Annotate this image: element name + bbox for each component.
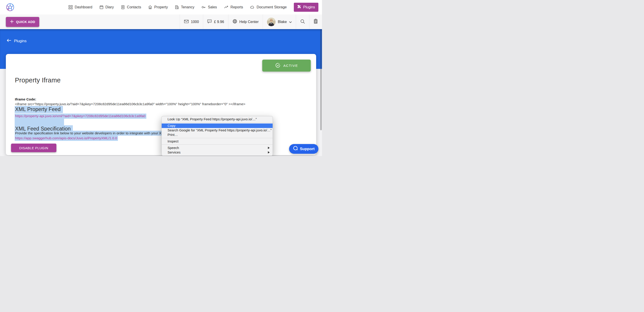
search-button[interactable] <box>296 15 309 29</box>
nav-item-document-storage[interactable]: Document Storage <box>250 5 286 9</box>
iframe-code-value: <iframe src="https://property.juvo.io/?a… <box>15 102 245 106</box>
back-label: Plugins <box>14 39 26 43</box>
submenu-arrow-icon <box>268 147 270 149</box>
nav-item-plugins[interactable]: Plugins <box>294 3 318 12</box>
menu-separator <box>162 138 272 138</box>
key-icon <box>201 5 206 9</box>
house-icon <box>148 5 152 9</box>
contact-card-icon <box>121 5 125 9</box>
user-name: Blake <box>278 20 287 24</box>
menu-item-search-google[interactable]: Search Google for “XML Property Feed htt… <box>162 128 272 133</box>
nav-label: Dashboard <box>75 5 92 9</box>
disable-plugin-button[interactable]: DISABLE PLUGIN <box>11 144 56 152</box>
check-circle-icon <box>275 63 280 69</box>
toolbar-right: 1000 £ 9.96 Help Center <box>180 15 322 29</box>
menu-item-services[interactable]: Services <box>162 150 272 155</box>
menu-item-speech[interactable]: Speech <box>162 146 272 150</box>
nav-item-diary[interactable]: Diary <box>100 5 114 9</box>
menu-item-look-up[interactable]: Look Up “XML Property Feed https://prope… <box>162 117 272 121</box>
menu-item-copy[interactable]: Copy <box>162 124 272 128</box>
cloud-icon <box>250 5 254 9</box>
mail-count: 1000 <box>191 20 199 24</box>
help-center-label: Help Center <box>240 20 259 24</box>
nav-label: Contacts <box>127 5 141 9</box>
nav-label: Reports <box>230 5 243 9</box>
arrow-left-icon <box>7 39 11 43</box>
calendar-icon <box>100 5 104 9</box>
nav-item-tenancy[interactable]: Tenancy <box>175 5 194 9</box>
back-to-plugins[interactable]: Plugins <box>7 39 26 43</box>
user-menu[interactable]: Blake <box>263 15 296 29</box>
nav-item-sales[interactable]: Sales <box>201 5 217 9</box>
context-menu: Look Up “XML Property Feed https://prope… <box>162 116 273 156</box>
app-window: Dashboard Diary Contacts Property Tenanc… <box>0 0 322 156</box>
menu-item-label: Speech <box>168 146 179 150</box>
clipboard-button[interactable] <box>309 15 322 29</box>
envelope-icon <box>184 20 189 24</box>
nav-label: Document Storage <box>256 5 286 9</box>
quick-add-label: QUICK ADD <box>16 20 35 24</box>
sms-balance[interactable]: £ 9.96 <box>203 15 228 29</box>
scrollbar-thumb[interactable] <box>320 29 322 130</box>
help-center[interactable]: Help Center <box>228 15 263 29</box>
support-chat-icon <box>293 146 298 152</box>
plugin-title: Property Iframe <box>15 77 61 84</box>
active-status-label: ACTIVE <box>284 64 298 68</box>
chat-bubble-icon <box>207 19 212 24</box>
support-button[interactable]: Support <box>289 144 318 154</box>
toolbar: QUICK ADD 1000 £ 9.96 Help Center <box>0 15 322 29</box>
xml-spec-link[interactable]: https://app.swaggerhub.com/apis-docs/Juv… <box>15 136 118 141</box>
globe-icon <box>232 19 237 25</box>
clipboard-icon <box>314 19 318 25</box>
menu-item-inspect[interactable]: Inspect <box>162 139 272 144</box>
dashboard-grid-icon <box>68 5 72 9</box>
nav-item-reports[interactable]: Reports <box>224 5 243 9</box>
puzzle-icon <box>297 5 301 10</box>
nav-label: Property <box>154 5 168 9</box>
xml-feed-heading: XML Property Feed <box>15 106 63 113</box>
nav-label: Tenancy <box>181 5 194 9</box>
nav-label: Diary <box>106 5 114 9</box>
nav-item-contacts[interactable]: Contacts <box>121 5 141 9</box>
menu-separator <box>162 144 272 145</box>
balance-amount: £ 9.96 <box>214 20 224 24</box>
menu-item-print[interactable]: Print… <box>162 133 272 137</box>
mail-counter[interactable]: 1000 <box>180 15 203 29</box>
building-icon <box>175 5 179 9</box>
menu-item-label: Services <box>168 150 180 154</box>
nav-item-dashboard[interactable]: Dashboard <box>68 5 92 9</box>
xml-feed-link[interactable]: https://property-api.juvo.io/xml/?aid=7&… <box>15 114 146 119</box>
submenu-arrow-icon <box>268 151 270 154</box>
plus-icon <box>10 20 14 24</box>
juvo-logo[interactable] <box>5 2 15 13</box>
chevron-down-icon <box>289 20 292 24</box>
iframe-code-label: Iframe Code: <box>15 97 36 101</box>
nav-label: Sales <box>208 5 217 9</box>
top-navbar: Dashboard Diary Contacts Property Tenanc… <box>0 0 322 15</box>
trend-arrow-icon <box>224 5 228 9</box>
active-status-button[interactable]: ACTIVE <box>262 60 311 72</box>
nav-label: Plugins <box>303 5 315 9</box>
main-navigation: Dashboard Diary Contacts Property Tenanc… <box>68 3 318 12</box>
menu-separator <box>162 122 272 123</box>
xml-spec-description: Provide the specification link below to … <box>15 131 176 135</box>
xml-spec-description-text: Provide the specification link below to … <box>15 131 176 136</box>
quick-add-button[interactable]: QUICK ADD <box>6 17 39 27</box>
search-icon <box>300 19 305 25</box>
nav-item-property[interactable]: Property <box>148 5 168 9</box>
user-avatar <box>267 18 276 26</box>
support-label: Support <box>300 147 314 151</box>
text-selection-block <box>15 119 64 126</box>
